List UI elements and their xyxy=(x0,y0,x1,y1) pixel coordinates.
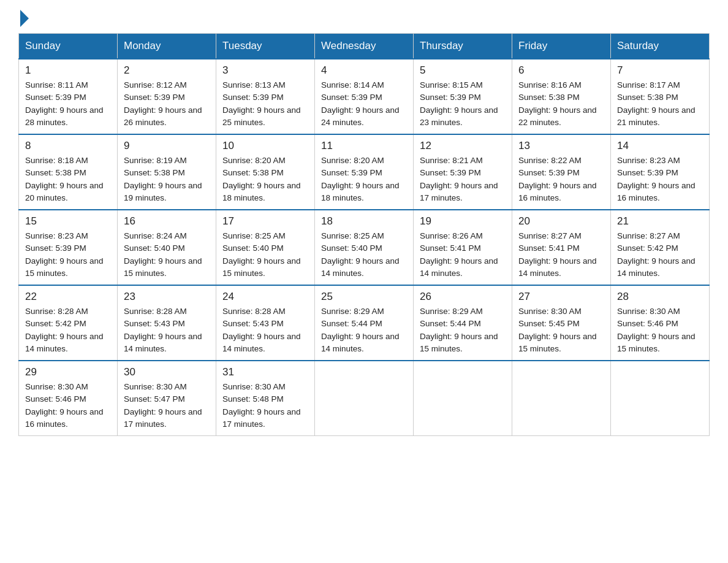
weekday-header-wednesday: Wednesday xyxy=(315,34,414,59)
day-info: Sunrise: 8:30 AMSunset: 5:48 PMDaylight:… xyxy=(222,381,308,431)
day-number: 10 xyxy=(222,140,308,152)
day-info: Sunrise: 8:13 AMSunset: 5:39 PMDaylight:… xyxy=(222,79,308,129)
calendar-cell: 12Sunrise: 8:21 AMSunset: 5:39 PMDayligh… xyxy=(414,134,512,210)
day-info: Sunrise: 8:18 AMSunset: 5:38 PMDaylight:… xyxy=(25,155,111,204)
weekday-header-sunday: Sunday xyxy=(19,34,118,59)
calendar-cell: 13Sunrise: 8:22 AMSunset: 5:39 PMDayligh… xyxy=(512,134,611,210)
day-number: 28 xyxy=(617,291,703,303)
day-info: Sunrise: 8:29 AMSunset: 5:44 PMDaylight:… xyxy=(420,305,506,355)
calendar-cell: 24Sunrise: 8:28 AMSunset: 5:43 PMDayligh… xyxy=(216,285,315,361)
day-number: 1 xyxy=(25,64,111,77)
day-info: Sunrise: 8:24 AMSunset: 5:40 PMDaylight:… xyxy=(124,230,210,280)
day-number: 24 xyxy=(222,291,308,303)
day-info: Sunrise: 8:11 AMSunset: 5:39 PMDaylight:… xyxy=(25,79,111,129)
day-number: 14 xyxy=(617,140,703,152)
day-number: 11 xyxy=(321,140,407,152)
day-info: Sunrise: 8:17 AMSunset: 5:38 PMDaylight:… xyxy=(617,79,703,129)
day-number: 23 xyxy=(124,291,210,303)
day-info: Sunrise: 8:28 AMSunset: 5:43 PMDaylight:… xyxy=(222,305,308,355)
calendar-cell: 4Sunrise: 8:14 AMSunset: 5:39 PMDaylight… xyxy=(315,59,414,134)
calendar-cell xyxy=(512,361,611,436)
day-info: Sunrise: 8:20 AMSunset: 5:38 PMDaylight:… xyxy=(222,155,308,204)
logo xyxy=(18,12,29,27)
day-info: Sunrise: 8:25 AMSunset: 5:40 PMDaylight:… xyxy=(321,230,407,280)
day-number: 7 xyxy=(617,64,703,77)
day-info: Sunrise: 8:19 AMSunset: 5:38 PMDaylight:… xyxy=(124,155,210,204)
day-info: Sunrise: 8:30 AMSunset: 5:46 PMDaylight:… xyxy=(617,305,703,355)
calendar-cell: 11Sunrise: 8:20 AMSunset: 5:39 PMDayligh… xyxy=(315,134,414,210)
day-number: 30 xyxy=(124,366,210,378)
calendar-cell: 23Sunrise: 8:28 AMSunset: 5:43 PMDayligh… xyxy=(118,285,216,361)
day-number: 26 xyxy=(420,291,506,303)
day-number: 22 xyxy=(25,291,111,303)
day-info: Sunrise: 8:25 AMSunset: 5:40 PMDaylight:… xyxy=(222,230,308,280)
day-number: 29 xyxy=(25,366,111,378)
calendar-cell: 29Sunrise: 8:30 AMSunset: 5:46 PMDayligh… xyxy=(19,361,118,436)
day-number: 31 xyxy=(222,366,308,378)
day-number: 2 xyxy=(124,64,210,77)
weekday-header-tuesday: Tuesday xyxy=(216,34,315,59)
calendar-cell: 25Sunrise: 8:29 AMSunset: 5:44 PMDayligh… xyxy=(315,285,414,361)
calendar-cell: 19Sunrise: 8:26 AMSunset: 5:41 PMDayligh… xyxy=(414,210,512,285)
calendar-cell xyxy=(414,361,512,436)
day-info: Sunrise: 8:16 AMSunset: 5:38 PMDaylight:… xyxy=(518,79,604,129)
calendar-cell: 18Sunrise: 8:25 AMSunset: 5:40 PMDayligh… xyxy=(315,210,414,285)
day-info: Sunrise: 8:28 AMSunset: 5:43 PMDaylight:… xyxy=(124,305,210,355)
day-number: 8 xyxy=(25,140,111,152)
calendar-cell: 15Sunrise: 8:23 AMSunset: 5:39 PMDayligh… xyxy=(19,210,118,285)
calendar-cell: 16Sunrise: 8:24 AMSunset: 5:40 PMDayligh… xyxy=(118,210,216,285)
weekday-header-row: SundayMondayTuesdayWednesdayThursdayFrid… xyxy=(19,34,710,59)
calendar-cell: 9Sunrise: 8:19 AMSunset: 5:38 PMDaylight… xyxy=(118,134,216,210)
day-number: 20 xyxy=(518,215,604,228)
calendar-cell: 3Sunrise: 8:13 AMSunset: 5:39 PMDaylight… xyxy=(216,59,315,134)
calendar-cell: 21Sunrise: 8:27 AMSunset: 5:42 PMDayligh… xyxy=(611,210,710,285)
calendar-cell: 26Sunrise: 8:29 AMSunset: 5:44 PMDayligh… xyxy=(414,285,512,361)
day-info: Sunrise: 8:26 AMSunset: 5:41 PMDaylight:… xyxy=(420,230,506,280)
calendar-cell: 6Sunrise: 8:16 AMSunset: 5:38 PMDaylight… xyxy=(512,59,611,134)
day-number: 5 xyxy=(420,64,506,77)
day-info: Sunrise: 8:27 AMSunset: 5:41 PMDaylight:… xyxy=(518,230,604,280)
calendar-table: SundayMondayTuesdayWednesdayThursdayFrid… xyxy=(18,33,710,436)
calendar-cell: 22Sunrise: 8:28 AMSunset: 5:42 PMDayligh… xyxy=(19,285,118,361)
calendar-week-row: 15Sunrise: 8:23 AMSunset: 5:39 PMDayligh… xyxy=(19,210,710,285)
calendar-cell: 30Sunrise: 8:30 AMSunset: 5:47 PMDayligh… xyxy=(118,361,216,436)
day-number: 15 xyxy=(25,215,111,228)
calendar-cell: 5Sunrise: 8:15 AMSunset: 5:39 PMDaylight… xyxy=(414,59,512,134)
day-info: Sunrise: 8:15 AMSunset: 5:39 PMDaylight:… xyxy=(420,79,506,129)
day-info: Sunrise: 8:14 AMSunset: 5:39 PMDaylight:… xyxy=(321,79,407,129)
weekday-header-monday: Monday xyxy=(118,34,216,59)
day-number: 9 xyxy=(124,140,210,152)
day-info: Sunrise: 8:30 AMSunset: 5:46 PMDaylight:… xyxy=(25,381,111,431)
logo-triangle-icon xyxy=(20,10,29,27)
calendar-week-row: 22Sunrise: 8:28 AMSunset: 5:42 PMDayligh… xyxy=(19,285,710,361)
day-info: Sunrise: 8:23 AMSunset: 5:39 PMDaylight:… xyxy=(25,230,111,280)
calendar-cell: 2Sunrise: 8:12 AMSunset: 5:39 PMDaylight… xyxy=(118,59,216,134)
calendar-week-row: 8Sunrise: 8:18 AMSunset: 5:38 PMDaylight… xyxy=(19,134,710,210)
calendar-cell: 17Sunrise: 8:25 AMSunset: 5:40 PMDayligh… xyxy=(216,210,315,285)
calendar-cell xyxy=(315,361,414,436)
day-number: 21 xyxy=(617,215,703,228)
calendar-week-row: 29Sunrise: 8:30 AMSunset: 5:46 PMDayligh… xyxy=(19,361,710,436)
calendar-cell xyxy=(611,361,710,436)
day-info: Sunrise: 8:30 AMSunset: 5:45 PMDaylight:… xyxy=(518,305,604,355)
weekday-header-thursday: Thursday xyxy=(414,34,512,59)
calendar-cell: 27Sunrise: 8:30 AMSunset: 5:45 PMDayligh… xyxy=(512,285,611,361)
calendar-week-row: 1Sunrise: 8:11 AMSunset: 5:39 PMDaylight… xyxy=(19,59,710,134)
calendar-cell: 20Sunrise: 8:27 AMSunset: 5:41 PMDayligh… xyxy=(512,210,611,285)
calendar-cell: 10Sunrise: 8:20 AMSunset: 5:38 PMDayligh… xyxy=(216,134,315,210)
day-number: 13 xyxy=(518,140,604,152)
day-info: Sunrise: 8:23 AMSunset: 5:39 PMDaylight:… xyxy=(617,155,703,204)
weekday-header-friday: Friday xyxy=(512,34,611,59)
calendar-cell: 7Sunrise: 8:17 AMSunset: 5:38 PMDaylight… xyxy=(611,59,710,134)
day-number: 12 xyxy=(420,140,506,152)
day-info: Sunrise: 8:30 AMSunset: 5:47 PMDaylight:… xyxy=(124,381,210,431)
day-number: 19 xyxy=(420,215,506,228)
page-header xyxy=(18,12,710,27)
day-info: Sunrise: 8:20 AMSunset: 5:39 PMDaylight:… xyxy=(321,155,407,204)
day-number: 25 xyxy=(321,291,407,303)
day-number: 6 xyxy=(518,64,604,77)
day-info: Sunrise: 8:12 AMSunset: 5:39 PMDaylight:… xyxy=(124,79,210,129)
day-number: 3 xyxy=(222,64,308,77)
day-number: 18 xyxy=(321,215,407,228)
day-info: Sunrise: 8:28 AMSunset: 5:42 PMDaylight:… xyxy=(25,305,111,355)
